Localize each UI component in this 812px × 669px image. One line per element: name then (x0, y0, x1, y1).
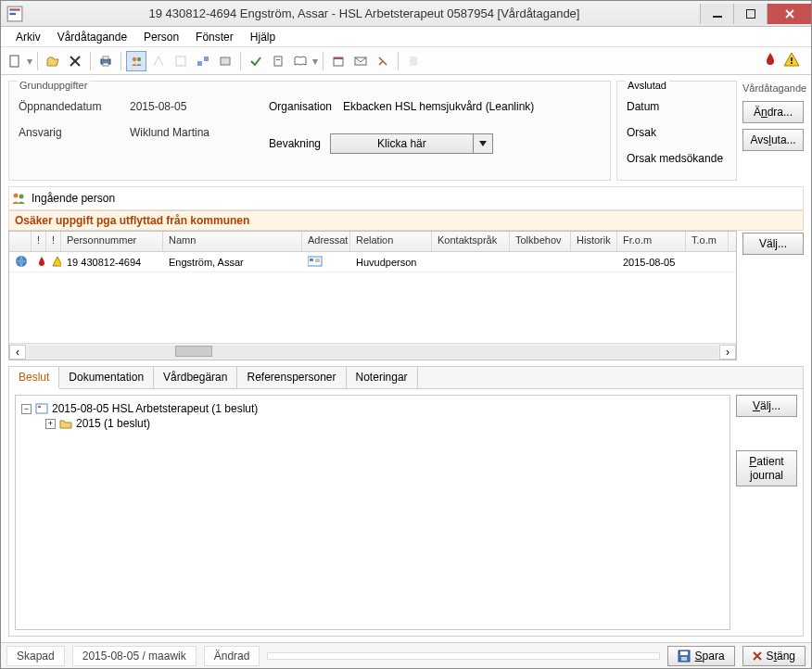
th-icon1[interactable] (9, 232, 32, 251)
spara-button[interactable]: Spara (667, 646, 735, 666)
tool-icon-10[interactable] (403, 51, 424, 71)
warning-small-icon (52, 256, 61, 267)
maximize-button[interactable] (733, 4, 767, 24)
tree-root[interactable]: − 2015-08-05 HSL Arbetsterapeut (1 beslu… (21, 401, 724, 416)
scroll-left-button[interactable]: ‹ (9, 345, 26, 360)
menubar: Arkiv Vårdåtagande Person Fönster Hjälp (1, 27, 811, 47)
patient-journal-button[interactable]: Patientjournal (736, 450, 797, 486)
tool-icon-3[interactable] (193, 51, 213, 71)
tab-beslut[interactable]: Beslut (9, 367, 59, 389)
expand-icon[interactable]: − (21, 404, 32, 414)
tree-root-label: 2015-08-05 HSL Arbetsterapeut (1 beslut) (52, 402, 258, 415)
tool-icon-6[interactable] (268, 51, 288, 71)
oppnandedatum-label: Öppnandedatum (19, 100, 130, 113)
svg-rect-24 (410, 57, 417, 66)
avsluta-button[interactable]: Avsluta... (742, 129, 804, 151)
tab-noteringar[interactable]: Noteringar (347, 367, 418, 388)
svg-rect-35 (38, 406, 41, 408)
book-icon[interactable] (290, 51, 311, 71)
open-icon[interactable] (43, 51, 63, 71)
mail-icon[interactable] (350, 51, 371, 71)
tool-icon-5[interactable] (246, 51, 266, 71)
svg-rect-34 (36, 404, 47, 413)
th-personnummer[interactable]: Personnummer (61, 232, 163, 251)
tab-vardbegaran[interactable]: Vårdbegäran (154, 367, 237, 388)
bevakning-button[interactable]: Klicka här (330, 133, 474, 154)
valj-person-button[interactable]: Välj... (742, 233, 804, 255)
th-relation[interactable]: Relation (350, 232, 432, 251)
organisation-label: Organisation (269, 100, 343, 113)
tree-child-label: 2015 (1 beslut) (76, 417, 150, 430)
delete-icon[interactable] (65, 51, 85, 71)
svg-rect-17 (204, 57, 209, 61)
oppnandedatum-value: 2015-08-05 (130, 100, 186, 113)
th-tom[interactable]: T.o.m (686, 232, 729, 251)
new-icon[interactable] (5, 51, 25, 71)
datum-label: Datum (627, 100, 727, 113)
skapad-label: Skapad (6, 646, 65, 666)
th-historik[interactable]: Historik (571, 232, 617, 251)
svg-rect-4 (746, 9, 755, 19)
andra-button[interactable]: Ändra... (742, 101, 804, 123)
svg-rect-37 (680, 651, 688, 655)
table-header: ! ! Personnummer Namn Adressat Relation … (9, 232, 736, 252)
th-from[interactable]: Fr.o.m (617, 232, 686, 251)
tab-referenspersoner[interactable]: Referenspersoner (237, 367, 346, 388)
orsak-med-label: Orsak medsökande (627, 152, 727, 165)
close-button[interactable] (767, 4, 811, 24)
people-icon[interactable] (126, 51, 146, 71)
th-kontaktsprak[interactable]: Kontaktspråk (432, 232, 510, 251)
svg-point-27 (14, 194, 19, 198)
blood-drop-icon[interactable] (763, 51, 778, 70)
close-small-icon (753, 651, 762, 661)
toolbar: ▾ ▾ (1, 47, 811, 75)
minimize-button[interactable] (700, 4, 733, 24)
th-icon2[interactable]: ! (32, 232, 46, 251)
menu-person[interactable]: Person (136, 29, 186, 45)
avslutad-label: Avslutad (625, 80, 669, 91)
expand-icon-2[interactable]: + (45, 419, 56, 429)
tool-icon-9[interactable] (373, 51, 393, 71)
calendar-icon[interactable] (328, 51, 349, 71)
skapad-value: 2015-08-05 / maawik (72, 646, 197, 666)
bevakning-dropdown[interactable] (474, 133, 493, 154)
cell-relation: Huvudperson (350, 255, 432, 270)
valj-beslut-button[interactable]: Välj... (736, 395, 797, 417)
menu-arkiv[interactable]: Arkiv (8, 29, 48, 45)
th-adressat[interactable]: Adressat (302, 232, 350, 251)
th-tolkbehov[interactable]: Tolkbehov (510, 232, 571, 251)
app-icon (6, 6, 23, 22)
tool-icon-4[interactable] (215, 51, 235, 71)
h-scrollbar[interactable]: ‹ › (9, 343, 736, 360)
stang-button[interactable]: Stäng (742, 646, 806, 666)
menu-vardatagande[interactable]: Vårdåtagande (50, 29, 134, 45)
scroll-right-button[interactable]: › (719, 345, 736, 360)
tool-icon-1[interactable] (148, 51, 169, 71)
orsak-label: Orsak (627, 126, 727, 139)
svg-point-14 (137, 57, 141, 60)
blood-drop-small-icon (37, 256, 46, 267)
svg-rect-2 (9, 12, 16, 14)
tool-icon-2[interactable] (171, 51, 191, 71)
andrad-label: Ändrad (204, 646, 260, 666)
svg-rect-15 (176, 57, 185, 66)
menu-fonster[interactable]: Fönster (188, 29, 241, 45)
folder-icon (59, 418, 72, 429)
th-namn[interactable]: Namn (163, 232, 302, 251)
andrad-value (267, 652, 659, 660)
warning-triangle-icon[interactable] (783, 51, 800, 70)
save-icon (678, 650, 691, 663)
th-icon3[interactable]: ! (46, 232, 61, 251)
menu-hjalp[interactable]: Hjälp (243, 29, 283, 45)
print-icon[interactable] (95, 51, 116, 71)
person-table: ! ! Personnummer Namn Adressat Relation … (8, 231, 737, 360)
svg-rect-31 (310, 259, 313, 261)
avslutad-section: Avslutad Datum Orsak Orsak medsökande (616, 81, 737, 181)
warning-message: Osäker uppgift pga utflyttad från kommun… (8, 210, 804, 231)
tab-dokumentation[interactable]: Dokumentation (59, 367, 154, 388)
tree-child[interactable]: + 2015 (1 beslut) (21, 416, 724, 431)
svg-point-28 (19, 195, 24, 199)
ansvarig-label: Ansvarig (19, 126, 130, 139)
table-row[interactable]: 19 430812-4694 Engström, Assar Huvudpers… (9, 252, 736, 272)
svg-point-13 (133, 57, 136, 60)
